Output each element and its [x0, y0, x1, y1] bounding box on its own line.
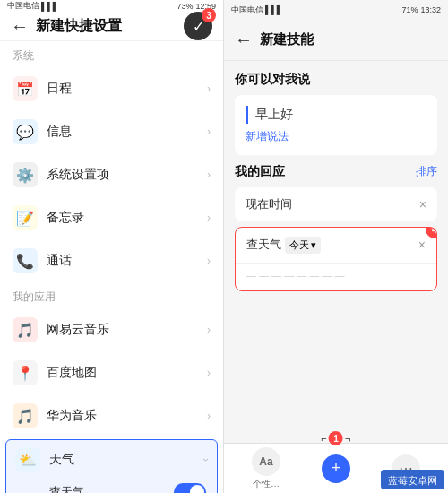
chevron-icon-5: ›	[207, 255, 211, 267]
menu-item-message[interactable]: 💬 信息 ›	[0, 110, 223, 153]
left-badge: 3	[202, 8, 216, 22]
bracket-left: ⌐	[322, 433, 327, 444]
response-header: 我的回应 排序	[235, 164, 437, 180]
right-time: 13:32	[420, 5, 441, 14]
schedule-label: 日程	[47, 81, 207, 97]
weather-chips: 查天气 今天 ▾	[246, 237, 321, 254]
left-top-bar: ← 新建快捷设置 ✓ 3	[0, 12, 223, 41]
netease-label: 网易云音乐	[47, 322, 207, 338]
message-label: 信息	[47, 124, 207, 140]
menu-item-settings[interactable]: ⚙️ 系统设置项 ›	[0, 153, 223, 196]
response-now-time-text: 现在时间	[246, 196, 292, 212]
weather-toggle[interactable]	[174, 483, 206, 493]
sort-button[interactable]: 排序	[416, 164, 437, 179]
personalize-icon: Aa	[252, 447, 280, 476]
weather-icon: ⛅	[15, 447, 40, 472]
check-icon: ✓	[193, 18, 204, 35]
add-say-button[interactable]: 新增说法	[246, 129, 289, 144]
menu-item-huawei-music[interactable]: 🎵 华为音乐 ›	[0, 394, 223, 437]
huawei-music-label: 华为音乐	[47, 408, 207, 424]
say-input-text: 早上好	[246, 106, 426, 124]
left-battery: 73%	[177, 2, 193, 11]
bottom-btn-personalize[interactable]: Aa 个性…	[252, 447, 280, 490]
right-carrier: 中国电信	[231, 4, 263, 16]
action-icon: +	[322, 454, 350, 483]
chevron-icon-3: ›	[207, 169, 211, 181]
call-label: 通话	[47, 253, 207, 269]
response-item-now-time: 现在时间 ×	[235, 187, 437, 221]
say-section-header: 你可以对我说	[235, 72, 437, 88]
chevron-icon-7: ›	[207, 367, 211, 379]
message-icon: 💬	[13, 119, 38, 144]
weather-section-label: 天气	[49, 452, 204, 468]
left-page-title: 新建快捷设置	[36, 17, 184, 36]
baidu-icon: 📍	[13, 360, 38, 385]
huawei-music-icon: 🎵	[13, 403, 38, 428]
right-signal: ▌▌▌	[265, 5, 282, 14]
menu-item-call[interactable]: 📞 通话 ›	[0, 239, 223, 282]
menu-item-baidu[interactable]: 📍 百度地图 ›	[0, 351, 223, 394]
response-title: 我的回应	[235, 164, 285, 180]
weather-chip-text: 查天气	[246, 237, 281, 253]
left-signal: ▌▌▌	[41, 2, 58, 11]
response-now-time-close[interactable]: ×	[419, 197, 426, 212]
system-section-label: 系统	[0, 41, 223, 67]
weather-sub-item[interactable]: 查天气	[6, 480, 217, 493]
right-battery: 71%	[401, 5, 418, 14]
right-back-button[interactable]: ←	[235, 30, 253, 50]
right-status-bar: 中国电信 ▌▌▌ 71% 13:32	[224, 0, 448, 20]
badge-1-label: 1	[329, 431, 343, 445]
baidu-label: 百度地图	[47, 365, 207, 381]
chevron-icon-6: ›	[207, 324, 211, 336]
weather-body-placeholder: — — — — — — — —	[246, 270, 344, 281]
left-panel: 中国电信 ▌▌▌ 73% 12:59 ← 新建快捷设置 ✓ 3 系统 📅 日程 …	[0, 0, 224, 493]
left-confirm-button[interactable]: ✓ 3	[184, 12, 212, 40]
memo-icon: 📝	[13, 205, 38, 230]
weather-response-close[interactable]: ×	[418, 238, 426, 252]
settings-label: 系统设置项	[47, 167, 207, 183]
weather-chevron-icon: ›	[200, 458, 212, 462]
right-status-right: 71% 13:32	[401, 5, 441, 14]
menu-item-netease[interactable]: 🎵 网易云音乐 ›	[0, 308, 223, 351]
netease-icon: 🎵	[13, 317, 38, 342]
weather-section-header[interactable]: ⛅ 天气 › 2	[6, 440, 217, 480]
response-section: 我的回应 排序 现在时间 × 查天气 今天 ▾ ×	[235, 164, 437, 291]
settings-icon: ⚙️	[13, 162, 38, 187]
personalize-label: 个性…	[253, 478, 280, 490]
dropdown-arrow-icon: ▾	[311, 239, 316, 251]
say-box: 早上好 新增说法	[235, 95, 437, 155]
weather-response-body: — — — — — — — —	[236, 263, 436, 290]
weather-response-item: 查天气 今天 ▾ × — — — — — — — — 4	[235, 227, 437, 291]
bracket-right: ¬	[345, 433, 350, 444]
my-apps-section-label: 我的应用	[0, 282, 223, 308]
left-status-left: 中国电信 ▌▌▌	[7, 0, 58, 12]
watermark-text: 蓝莓安卓网	[388, 475, 437, 486]
chevron-icon-8: ›	[207, 410, 211, 422]
watermark: 蓝莓安卓网	[381, 470, 444, 489]
weather-today-dropdown[interactable]: 今天 ▾	[285, 237, 321, 254]
menu-item-schedule[interactable]: 📅 日程 ›	[0, 67, 223, 110]
weather-response-header[interactable]: 查天气 今天 ▾ ×	[236, 228, 436, 263]
chevron-icon-4: ›	[207, 212, 211, 224]
bracket-annotation: ⌐ 1 ¬	[322, 431, 351, 445]
left-carrier: 中国电信	[7, 0, 39, 12]
right-content: 你可以对我说 早上好 新增说法 我的回应 排序 现在时间 × 查天气	[224, 61, 448, 443]
memo-label: 备忘录	[47, 210, 207, 226]
right-status-left: 中国电信 ▌▌▌	[231, 4, 282, 16]
weather-expanded-section: ⛅ 天气 › 2 查天气	[5, 439, 218, 493]
today-chip-label: 今天	[289, 238, 309, 252]
right-top-bar: ← 新建技能	[224, 20, 448, 61]
weather-sub-label: 查天气	[49, 484, 84, 493]
left-back-button[interactable]: ←	[11, 16, 29, 37]
chevron-icon-2: ›	[207, 125, 211, 138]
right-page-title: 新建技能	[260, 31, 437, 48]
chevron-icon: ›	[207, 82, 211, 95]
schedule-icon: 📅	[13, 76, 38, 101]
right-panel: 中国电信 ▌▌▌ 71% 13:32 ← 新建技能 你可以对我说 早上好 新增说…	[224, 0, 448, 493]
left-status-bar: 中国电信 ▌▌▌ 73% 12:59	[0, 0, 223, 12]
menu-item-memo[interactable]: 📝 备忘录 ›	[0, 196, 223, 239]
call-icon: 📞	[13, 248, 38, 273]
bottom-btn-action[interactable]: +	[322, 454, 350, 483]
